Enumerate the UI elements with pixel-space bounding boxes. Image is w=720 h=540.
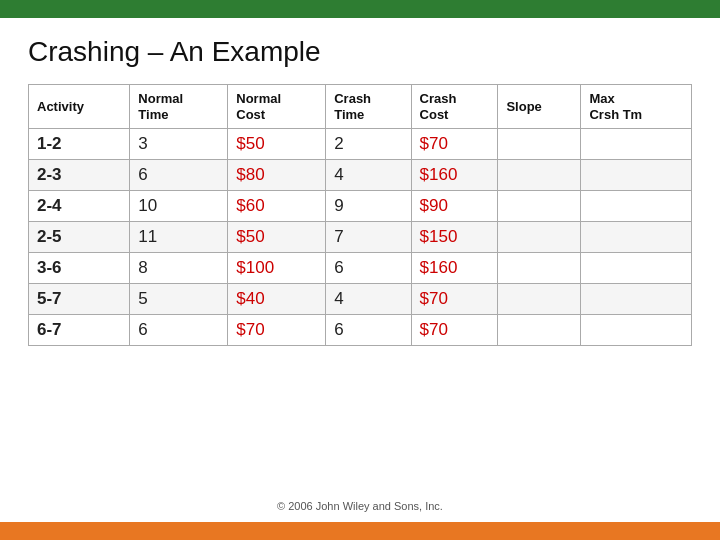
table-cell-col-crash-time: 6 (326, 315, 411, 346)
table-cell-col-activity: 1-2 (29, 129, 130, 160)
table-cell-col-activity: 5-7 (29, 284, 130, 315)
table-cell-col-normal-cost: $60 (228, 191, 326, 222)
table-cell-col-max-crsh (581, 160, 692, 191)
table-cell-col-slope (498, 191, 581, 222)
table-cell-col-slope (498, 315, 581, 346)
table-cell-col-normal-cost: $50 (228, 222, 326, 253)
table-row: 2-410$609$90 (29, 191, 692, 222)
copyright-text: © 2006 John Wiley and Sons, Inc. (28, 500, 692, 512)
table-cell-col-normal-time: 5 (130, 284, 228, 315)
table-header-row: Activity NormalTime NormalCost CrashTime… (29, 85, 692, 129)
table-cell-col-crash-cost: $150 (411, 222, 498, 253)
table-cell-col-normal-time: 6 (130, 160, 228, 191)
table-cell-col-activity: 6-7 (29, 315, 130, 346)
table-cell-col-normal-cost: $70 (228, 315, 326, 346)
table-cell-col-slope (498, 222, 581, 253)
table-cell-col-normal-cost: $50 (228, 129, 326, 160)
table-cell-col-crash-time: 7 (326, 222, 411, 253)
table-cell-col-crash-cost: $160 (411, 160, 498, 191)
table-cell-col-normal-time: 6 (130, 315, 228, 346)
table-cell-col-crash-cost: $70 (411, 129, 498, 160)
table-cell-col-activity: 3-6 (29, 253, 130, 284)
table-cell-col-activity: 2-4 (29, 191, 130, 222)
table-cell-col-normal-cost: $100 (228, 253, 326, 284)
table-row: 5-75$404$70 (29, 284, 692, 315)
table-cell-col-normal-cost: $40 (228, 284, 326, 315)
col-header-normal-time: NormalTime (130, 85, 228, 129)
table-cell-col-max-crsh (581, 315, 692, 346)
table-cell-col-activity: 2-3 (29, 160, 130, 191)
data-table-wrapper: Activity NormalTime NormalCost CrashTime… (28, 84, 692, 494)
table-cell-col-crash-time: 6 (326, 253, 411, 284)
table-cell-col-max-crsh (581, 284, 692, 315)
table-row: 6-76$706$70 (29, 315, 692, 346)
table-cell-col-max-crsh (581, 253, 692, 284)
table-cell-col-slope (498, 253, 581, 284)
table-cell-col-max-crsh (581, 191, 692, 222)
crashing-table: Activity NormalTime NormalCost CrashTime… (28, 84, 692, 346)
col-header-normal-cost: NormalCost (228, 85, 326, 129)
table-cell-col-crash-time: 9 (326, 191, 411, 222)
table-cell-col-normal-time: 11 (130, 222, 228, 253)
table-body: 1-23$502$702-36$804$1602-410$609$902-511… (29, 129, 692, 346)
table-cell-col-crash-cost: $160 (411, 253, 498, 284)
table-cell-col-slope (498, 284, 581, 315)
table-cell-col-max-crsh (581, 222, 692, 253)
table-row: 1-23$502$70 (29, 129, 692, 160)
table-cell-col-crash-time: 2 (326, 129, 411, 160)
table-cell-col-max-crsh (581, 129, 692, 160)
table-cell-col-normal-time: 3 (130, 129, 228, 160)
table-cell-col-normal-time: 10 (130, 191, 228, 222)
table-cell-col-slope (498, 160, 581, 191)
table-cell-col-normal-time: 8 (130, 253, 228, 284)
col-header-crash-time: CrashTime (326, 85, 411, 129)
table-cell-col-slope (498, 129, 581, 160)
col-header-slope: Slope (498, 85, 581, 129)
page-title: Crashing – An Example (28, 36, 692, 68)
col-header-max-crsh: MaxCrsh Tm (581, 85, 692, 129)
table-cell-col-crash-cost: $70 (411, 284, 498, 315)
table-cell-col-crash-cost: $70 (411, 315, 498, 346)
table-cell-col-activity: 2-5 (29, 222, 130, 253)
col-header-crash-cost: CrashCost (411, 85, 498, 129)
table-cell-col-crash-time: 4 (326, 284, 411, 315)
bottom-orange-bar (0, 522, 720, 540)
top-green-bar (0, 0, 720, 18)
col-header-activity: Activity (29, 85, 130, 129)
table-cell-col-crash-cost: $90 (411, 191, 498, 222)
table-row: 2-511$507$150 (29, 222, 692, 253)
table-cell-col-normal-cost: $80 (228, 160, 326, 191)
table-cell-col-crash-time: 4 (326, 160, 411, 191)
table-row: 2-36$804$160 (29, 160, 692, 191)
table-row: 3-68$1006$160 (29, 253, 692, 284)
